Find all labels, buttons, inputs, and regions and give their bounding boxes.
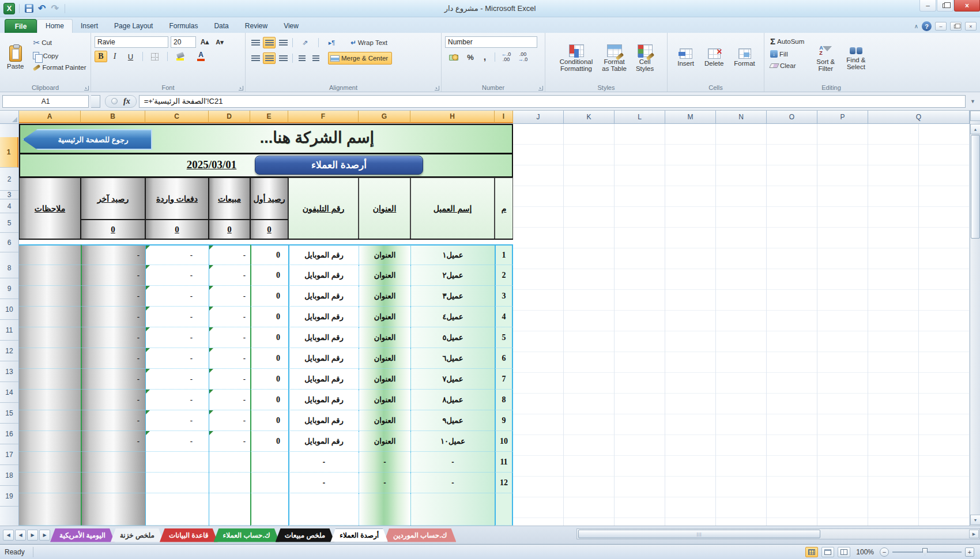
sheet-cell[interactable] <box>19 327 81 348</box>
vertical-scrollbar[interactable]: ▲ ▼ <box>970 111 980 526</box>
sheet-cell[interactable]: عميل٧ <box>410 369 495 390</box>
sheet-cell[interactable] <box>19 244 81 265</box>
first-sheet-button[interactable]: ◀ <box>3 530 14 541</box>
fill-button[interactable]: ↓Fill <box>768 49 808 59</box>
column-header-E[interactable]: E <box>250 111 288 123</box>
scroll-right-button[interactable]: ▶ <box>969 530 979 538</box>
horizontal-scrollbar[interactable]: ||| ▶ <box>576 528 980 539</box>
format-painter-button[interactable]: Format Painter <box>31 63 88 72</box>
sheet-tab[interactable]: ك.حساب العملاء <box>214 528 280 542</box>
total-closing[interactable]: 0 <box>81 220 145 239</box>
sheet-cell[interactable] <box>19 348 81 369</box>
row-header-11[interactable]: 11 <box>0 320 18 341</box>
sheet-cell[interactable]: - <box>359 473 410 493</box>
cut-button[interactable]: ✂Cut <box>31 37 88 48</box>
tab-file[interactable]: File <box>5 19 37 33</box>
tab-view[interactable]: View <box>276 20 307 33</box>
find-select-button[interactable]: Find &Select <box>843 35 869 82</box>
delete-cells-button[interactable]: Delete <box>701 35 727 82</box>
sheet-cell[interactable]: عميل٣ <box>410 286 495 307</box>
scroll-up-button[interactable]: ▲ <box>970 124 980 134</box>
zoom-slider-thumb[interactable] <box>922 548 928 556</box>
sheet-cell[interactable]: - <box>209 390 250 410</box>
row-header-6[interactable]: 6 <box>0 233 18 252</box>
tab-data[interactable]: Data <box>206 20 236 33</box>
copy-button[interactable]: Copy <box>31 51 88 61</box>
name-box-dropdown[interactable] <box>91 95 100 108</box>
page-layout-view-button[interactable] <box>821 547 834 557</box>
sheet-cell[interactable]: - <box>359 452 410 473</box>
sheet-cell[interactable]: - <box>145 286 209 307</box>
sheet-cell[interactable]: رقم الموبايل <box>288 390 359 410</box>
minimize-button[interactable]: – <box>919 0 936 12</box>
select-all-button[interactable] <box>0 111 19 123</box>
sheet-cell[interactable] <box>19 473 81 493</box>
sheet-cell[interactable] <box>19 369 81 390</box>
row-header-19[interactable]: 19 <box>0 486 18 507</box>
sheet-cell[interactable]: عميل٥ <box>410 327 495 348</box>
help-icon[interactable]: ? <box>922 21 932 31</box>
sheet-cell[interactable]: 10 <box>495 431 513 452</box>
row-header-4[interactable]: 4 <box>0 199 18 213</box>
underline-button[interactable]: U <box>122 51 140 62</box>
font-size-combo[interactable]: 20 <box>171 36 196 48</box>
sheet-cell[interactable]: - <box>81 327 145 348</box>
sheet-cell[interactable] <box>81 452 145 473</box>
column-header-O[interactable]: O <box>767 111 817 123</box>
sheet-cell[interactable]: عميل٩ <box>410 410 495 431</box>
sheet-cell[interactable]: 0 <box>250 431 288 452</box>
column-header-P[interactable]: P <box>817 111 868 123</box>
sheet-cell[interactable] <box>19 431 81 452</box>
close-button[interactable]: × <box>954 0 980 12</box>
sheet-cell[interactable] <box>495 493 513 526</box>
sheet-cell[interactable]: العنوان <box>359 265 410 286</box>
sheet-cell[interactable]: - <box>145 369 209 390</box>
workbook-close-button[interactable]: × <box>965 22 977 31</box>
sheet-cell[interactable]: - <box>81 431 145 452</box>
wrap-text-button[interactable]: ↵Wrap Text <box>348 37 390 48</box>
percent-style-button[interactable]: % <box>464 51 477 63</box>
sheet-cell[interactable] <box>145 452 209 473</box>
sheet-cell[interactable]: العنوان <box>359 431 410 452</box>
sheet-cell[interactable]: 7 <box>495 369 513 390</box>
sheet-cell[interactable]: العنوان <box>359 348 410 369</box>
sheet-cell[interactable]: عميل٨ <box>410 390 495 410</box>
sheet-cell[interactable]: العنوان <box>359 327 410 348</box>
sheet-cell[interactable]: - <box>410 452 495 473</box>
comma-style-button[interactable]: , <box>478 51 491 63</box>
sheet-cell[interactable]: العنوان <box>359 410 410 431</box>
sheet-cell[interactable]: 9 <box>495 410 513 431</box>
sheet-cell[interactable] <box>81 473 145 493</box>
align-left-button[interactable] <box>249 52 262 64</box>
sheet-cell[interactable]: رقم الموبايل <box>288 307 359 327</box>
sheet-cell[interactable]: - <box>410 473 495 493</box>
number-dialog-launcher[interactable] <box>538 86 543 90</box>
workbook-minimize-button[interactable]: – <box>935 22 947 31</box>
column-header-L[interactable]: L <box>615 111 665 123</box>
bold-button[interactable]: B <box>95 51 107 62</box>
text-direction-button[interactable]: ▸¶ <box>322 37 342 48</box>
sheet-cell[interactable] <box>81 493 145 526</box>
sheet-cell[interactable]: العنوان <box>359 390 410 410</box>
row-header-16[interactable]: 16 <box>0 424 18 444</box>
column-header-H[interactable]: H <box>410 111 495 123</box>
sheet-cell[interactable]: العنوان <box>359 307 410 327</box>
sheet-cell[interactable]: - <box>209 369 250 390</box>
sheet-cell[interactable]: - <box>81 390 145 410</box>
paste-button[interactable]: Paste <box>3 35 27 82</box>
sheet-cell[interactable] <box>209 493 250 526</box>
zoom-slider[interactable] <box>892 552 962 553</box>
page-break-view-button[interactable] <box>838 547 850 557</box>
sheet-cell[interactable] <box>19 493 81 526</box>
merge-center-button[interactable]: Merge & Center <box>328 52 392 65</box>
row-header-1[interactable]: 1 <box>0 137 18 168</box>
grow-font-button[interactable]: A▴ <box>198 36 211 48</box>
column-header-C[interactable]: C <box>145 111 209 123</box>
tab-page-layout[interactable]: Page Layout <box>106 20 161 33</box>
sheet-cell[interactable] <box>209 452 250 473</box>
scrollbar-split-button[interactable] <box>970 111 980 121</box>
formula-input[interactable]: =+'الصفحة الرئيسية'!C21 <box>139 95 966 108</box>
sheet-cell[interactable] <box>145 473 209 493</box>
column-header-I[interactable]: I <box>495 111 513 123</box>
restore-button[interactable] <box>937 0 953 12</box>
